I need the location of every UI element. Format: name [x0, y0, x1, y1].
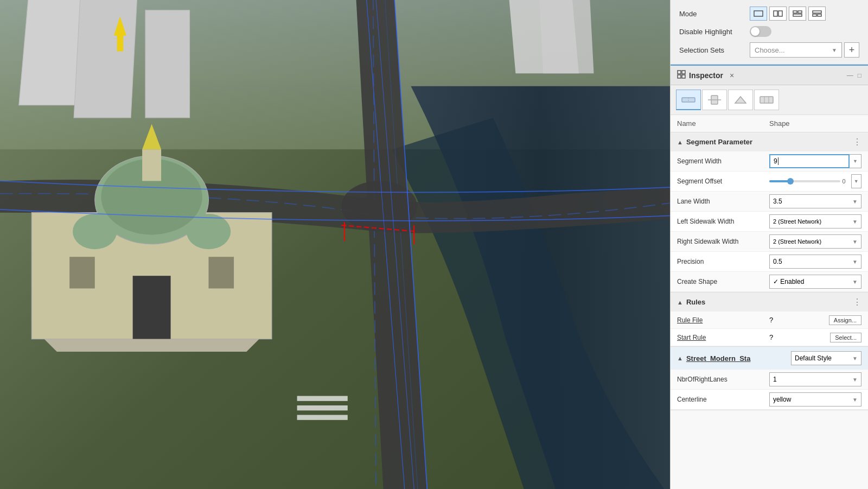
- select-start-rule-button[interactable]: Select...: [830, 333, 861, 342]
- create-shape-row: Create Shape ✓ Enabled ▼: [671, 272, 868, 292]
- right-sidewalk-dropdown[interactable]: 2 (Street Network) ▼: [769, 234, 861, 249]
- inspector-title-row: Inspector ×: [677, 70, 734, 80]
- svg-marker-40: [735, 97, 746, 103]
- right-sidewalk-arrow-icon: ▼: [852, 239, 858, 245]
- svg-marker-13: [44, 339, 259, 352]
- create-shape-label: Create Shape: [677, 278, 769, 285]
- segment-width-dropdown-btn[interactable]: ▼: [850, 154, 861, 168]
- assign-rule-file-button[interactable]: Assign...: [829, 315, 861, 325]
- lane-width-value: 3.5 ▼: [769, 194, 861, 208]
- right-panel: Mode: [670, 0, 868, 489]
- tab-shape-profile[interactable]: [728, 90, 753, 110]
- segment-width-value: 9 ▼: [769, 154, 861, 168]
- selection-sets-row: Selection Sets Choose... ▼ +: [679, 42, 859, 58]
- rules-options-icon[interactable]: ⋮: [853, 297, 861, 307]
- start-rule-link[interactable]: Start Rule: [677, 334, 706, 341]
- segment-offset-thumb[interactable]: [787, 178, 794, 185]
- svg-rect-10: [133, 276, 171, 339]
- right-sidewalk-text: 2 (Street Network): [773, 238, 821, 245]
- segment-parameter-title: Segment Parameter: [686, 138, 853, 146]
- centerline-row: Centerline yellow ▼: [671, 390, 868, 410]
- street-modern-style-text: Default Style: [795, 354, 832, 362]
- svg-rect-18: [538, 0, 593, 73]
- segment-parameter-section: ▲ Segment Parameter ⋮ Segment Width 9 ▼: [671, 132, 868, 293]
- rule-file-value: ? Assign...: [769, 315, 861, 325]
- svg-rect-21: [297, 405, 348, 410]
- mode-btn-2[interactable]: [769, 7, 787, 21]
- left-sidewalk-text: 2 (Street Network): [773, 218, 821, 225]
- inspector-minimize-button[interactable]: —: [847, 72, 853, 79]
- segment-parameter-options-icon[interactable]: ⋮: [853, 137, 861, 147]
- segment-offset-label: Segment Offset: [677, 177, 769, 185]
- nbr-right-lanes-label: NbrOfRightLanes: [677, 376, 769, 383]
- precision-value: 0.5 ▼: [769, 255, 861, 269]
- mode-btn-3[interactable]: [789, 7, 806, 21]
- mode-btn-1[interactable]: [750, 7, 767, 21]
- nbr-right-lanes-text: 1: [773, 376, 777, 383]
- rules-section: ▲ Rules ⋮ Rule File ? Assign... Start Ru…: [671, 293, 868, 347]
- segment-offset-value: 0 ▼: [769, 174, 861, 188]
- segment-width-row: Segment Width 9 ▼: [671, 151, 868, 172]
- rule-file-question: ?: [769, 316, 773, 324]
- lane-width-dropdown[interactable]: 3.5 ▼: [769, 194, 861, 208]
- rules-title: Rules: [686, 298, 853, 306]
- inspector-panel: Inspector × — □: [671, 65, 868, 489]
- create-shape-value: ✓ Enabled ▼: [769, 275, 861, 289]
- rules-header[interactable]: ▲ Rules ⋮: [671, 293, 868, 312]
- svg-rect-30: [813, 14, 816, 16]
- rule-file-link[interactable]: Rule File: [677, 316, 703, 324]
- right-sidewalk-value: 2 (Street Network) ▼: [769, 234, 861, 249]
- 3d-viewport[interactable]: [0, 0, 670, 489]
- tab-road-segment[interactable]: [676, 90, 701, 110]
- street-modern-header[interactable]: ▲ Street_Modern_Sta Default Style ▼: [671, 347, 868, 370]
- nbr-right-lanes-dropdown[interactable]: 1 ▼: [769, 372, 861, 386]
- disable-highlight-toggle[interactable]: [750, 26, 771, 37]
- precision-dropdown[interactable]: 0.5 ▼: [769, 255, 861, 269]
- left-sidewalk-arrow-icon: ▼: [852, 219, 858, 225]
- tab-intersection[interactable]: [702, 90, 727, 110]
- segment-parameter-header[interactable]: ▲ Segment Parameter ⋮: [671, 132, 868, 151]
- mode-buttons: [750, 7, 826, 21]
- selection-sets-dropdown[interactable]: Choose... ▼: [750, 42, 842, 58]
- segment-offset-text: 0: [843, 178, 850, 185]
- nbr-right-lanes-row: NbrOfRightLanes 1 ▼: [671, 370, 868, 390]
- svg-rect-31: [818, 14, 821, 16]
- lane-width-label: Lane Width: [677, 198, 769, 205]
- precision-row: Precision 0.5 ▼: [671, 252, 868, 272]
- dropdown-arrow-icon: ▼: [853, 158, 858, 164]
- inspector-close-button[interactable]: ×: [730, 71, 734, 80]
- inspector-maximize-button[interactable]: □: [858, 72, 861, 79]
- inspector-tabs: [671, 85, 868, 115]
- nbr-right-lanes-value: 1 ▼: [769, 372, 861, 386]
- create-shape-dropdown[interactable]: ✓ Enabled ▼: [769, 275, 861, 289]
- lane-width-arrow-icon: ▼: [852, 199, 858, 205]
- svg-rect-26: [793, 11, 797, 13]
- svg-rect-41: [760, 97, 773, 103]
- tab-parcel[interactable]: [754, 90, 779, 110]
- svg-rect-12: [208, 257, 234, 288]
- inspector-title: Inspector: [689, 71, 723, 80]
- add-selection-set-button[interactable]: +: [844, 42, 859, 58]
- segment-width-input[interactable]: 9: [769, 154, 850, 168]
- precision-arrow-icon: ▼: [852, 259, 858, 265]
- street-modern-chevron-icon: ▲: [677, 355, 683, 361]
- create-shape-text: ✓ Enabled: [773, 278, 804, 285]
- street-modern-style-dropdown[interactable]: Default Style ▼: [791, 351, 861, 365]
- svg-rect-34: [678, 75, 681, 78]
- centerline-dropdown[interactable]: yellow ▼: [769, 392, 861, 407]
- segment-offset-dropdown-btn[interactable]: ▼: [851, 174, 861, 188]
- svg-rect-25: [778, 11, 782, 16]
- svg-rect-11: [69, 257, 95, 288]
- rules-chevron-icon: ▲: [677, 299, 683, 306]
- toggle-knob: [751, 27, 760, 36]
- svg-point-2: [341, 181, 417, 231]
- mode-btn-4[interactable]: [808, 7, 826, 21]
- left-sidewalk-dropdown[interactable]: 2 (Street Network) ▼: [769, 214, 861, 228]
- inspector-grid-icon: [677, 70, 686, 80]
- centerline-text: yellow: [773, 396, 791, 403]
- street-modern-title[interactable]: Street_Modern_Sta: [686, 354, 791, 363]
- svg-rect-16: [145, 10, 190, 118]
- segment-width-text: 9: [774, 157, 777, 165]
- segment-offset-track[interactable]: [769, 180, 840, 182]
- rule-file-label: Rule File: [677, 316, 769, 324]
